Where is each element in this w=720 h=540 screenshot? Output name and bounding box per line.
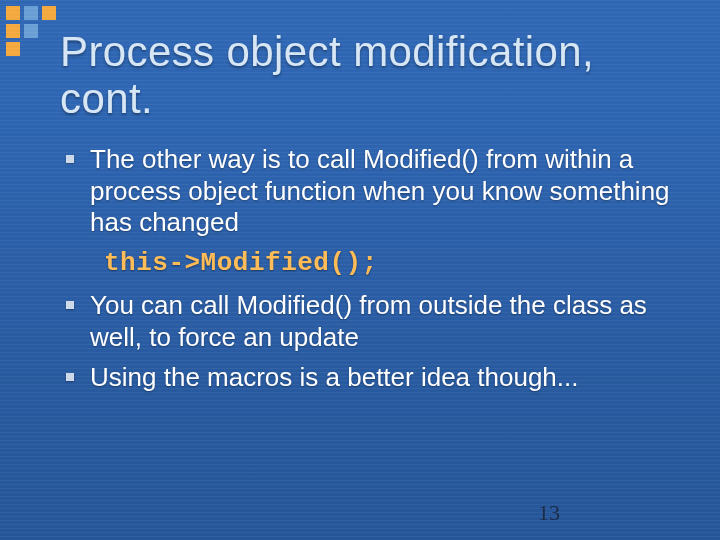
code-line: this->Modified(); [64,248,674,280]
bullet-item: The other way is to call Modified() from… [64,144,674,239]
slide-body: The other way is to call Modified() from… [64,144,674,403]
square-icon [24,24,38,38]
square-icon [6,6,20,20]
bullet-item: Using the macros is a better idea though… [64,362,674,394]
square-icon [6,42,20,56]
bullet-item: You can call Modified() from outside the… [64,290,674,353]
square-icon [42,6,56,20]
slide: Process object modification, cont. The o… [0,0,720,540]
square-icon [24,6,38,20]
slide-title: Process object modification, cont. [60,28,680,122]
page-number: 13 [538,500,560,526]
square-icon [6,24,20,38]
